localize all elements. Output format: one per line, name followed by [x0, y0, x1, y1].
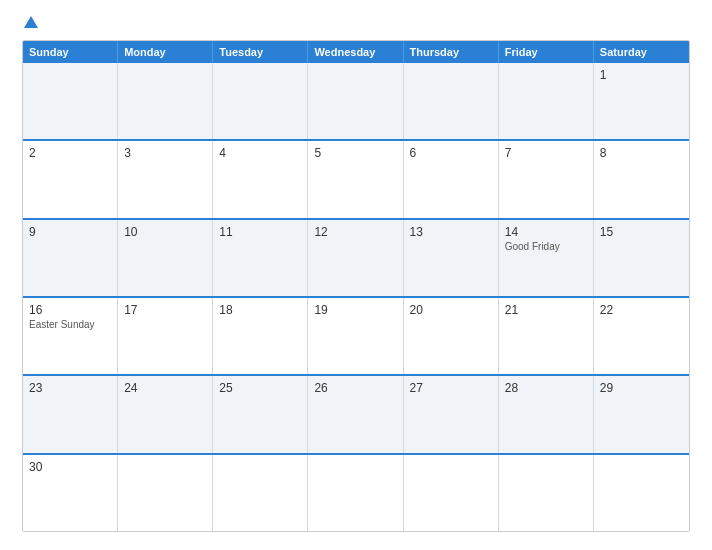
- calendar-cell: [213, 455, 308, 531]
- calendar-cell: 24: [118, 376, 213, 452]
- day-number: 7: [505, 146, 587, 160]
- calendar-cell: 8: [594, 141, 689, 217]
- calendar-cell: 17: [118, 298, 213, 374]
- day-number: 30: [29, 460, 111, 474]
- day-number: 3: [124, 146, 206, 160]
- calendar-week-3: 91011121314Good Friday15: [23, 218, 689, 296]
- header-day-sunday: Sunday: [23, 41, 118, 63]
- day-number: 9: [29, 225, 111, 239]
- calendar-cell: 1: [594, 63, 689, 139]
- header-day-saturday: Saturday: [594, 41, 689, 63]
- calendar-cell: [499, 455, 594, 531]
- logo: [22, 18, 38, 30]
- day-number: 4: [219, 146, 301, 160]
- calendar-cell: [404, 63, 499, 139]
- day-number: 19: [314, 303, 396, 317]
- calendar-cell: 23: [23, 376, 118, 452]
- calendar-cell: 9: [23, 220, 118, 296]
- day-number: 26: [314, 381, 396, 395]
- calendar-cell: 25: [213, 376, 308, 452]
- calendar-cell: 13: [404, 220, 499, 296]
- day-number: 15: [600, 225, 683, 239]
- calendar-cell: 30: [23, 455, 118, 531]
- calendar-week-1: 1: [23, 63, 689, 139]
- calendar-cell: 16Easter Sunday: [23, 298, 118, 374]
- calendar-cell: 7: [499, 141, 594, 217]
- day-number: 28: [505, 381, 587, 395]
- header-day-thursday: Thursday: [404, 41, 499, 63]
- day-number: 10: [124, 225, 206, 239]
- day-number: 13: [410, 225, 492, 239]
- calendar-cell: [499, 63, 594, 139]
- calendar-cell: 5: [308, 141, 403, 217]
- calendar-cell: 18: [213, 298, 308, 374]
- calendar-cell: 3: [118, 141, 213, 217]
- calendar-cell: [594, 455, 689, 531]
- calendar-cell: [308, 63, 403, 139]
- day-number: 23: [29, 381, 111, 395]
- calendar: SundayMondayTuesdayWednesdayThursdayFrid…: [22, 40, 690, 532]
- day-number: 16: [29, 303, 111, 317]
- day-number: 20: [410, 303, 492, 317]
- calendar-cell: 27: [404, 376, 499, 452]
- calendar-header: SundayMondayTuesdayWednesdayThursdayFrid…: [23, 41, 689, 63]
- calendar-cell: [118, 455, 213, 531]
- calendar-cell: 20: [404, 298, 499, 374]
- calendar-week-2: 2345678: [23, 139, 689, 217]
- calendar-cell: 22: [594, 298, 689, 374]
- calendar-cell: [404, 455, 499, 531]
- calendar-cell: 2: [23, 141, 118, 217]
- day-number: 25: [219, 381, 301, 395]
- day-number: 11: [219, 225, 301, 239]
- day-number: 8: [600, 146, 683, 160]
- calendar-cell: 29: [594, 376, 689, 452]
- day-number: 27: [410, 381, 492, 395]
- calendar-cell: 6: [404, 141, 499, 217]
- calendar-cell: 15: [594, 220, 689, 296]
- day-number: 12: [314, 225, 396, 239]
- calendar-cell: 19: [308, 298, 403, 374]
- calendar-week-6: 30: [23, 453, 689, 531]
- calendar-cell: 21: [499, 298, 594, 374]
- calendar-cell: 10: [118, 220, 213, 296]
- header-day-friday: Friday: [499, 41, 594, 63]
- calendar-cell: 26: [308, 376, 403, 452]
- day-number: 17: [124, 303, 206, 317]
- day-number: 14: [505, 225, 587, 239]
- day-number: 21: [505, 303, 587, 317]
- calendar-cell: 28: [499, 376, 594, 452]
- header-day-monday: Monday: [118, 41, 213, 63]
- calendar-cell: [118, 63, 213, 139]
- calendar-body: 1234567891011121314Good Friday1516Easter…: [23, 63, 689, 531]
- day-number: 1: [600, 68, 683, 82]
- day-number: 2: [29, 146, 111, 160]
- page: SundayMondayTuesdayWednesdayThursdayFrid…: [0, 0, 712, 550]
- header-day-wednesday: Wednesday: [308, 41, 403, 63]
- calendar-cell: [23, 63, 118, 139]
- day-number: 5: [314, 146, 396, 160]
- calendar-cell: [308, 455, 403, 531]
- day-number: 24: [124, 381, 206, 395]
- calendar-cell: [213, 63, 308, 139]
- day-number: 22: [600, 303, 683, 317]
- day-event: Good Friday: [505, 241, 587, 252]
- calendar-cell: 12: [308, 220, 403, 296]
- calendar-week-5: 23242526272829: [23, 374, 689, 452]
- calendar-cell: 4: [213, 141, 308, 217]
- day-number: 18: [219, 303, 301, 317]
- calendar-week-4: 16Easter Sunday171819202122: [23, 296, 689, 374]
- logo-triangle-icon: [24, 16, 38, 28]
- header: [22, 18, 690, 30]
- header-day-tuesday: Tuesday: [213, 41, 308, 63]
- calendar-cell: 14Good Friday: [499, 220, 594, 296]
- calendar-cell: 11: [213, 220, 308, 296]
- day-event: Easter Sunday: [29, 319, 111, 330]
- day-number: 29: [600, 381, 683, 395]
- day-number: 6: [410, 146, 492, 160]
